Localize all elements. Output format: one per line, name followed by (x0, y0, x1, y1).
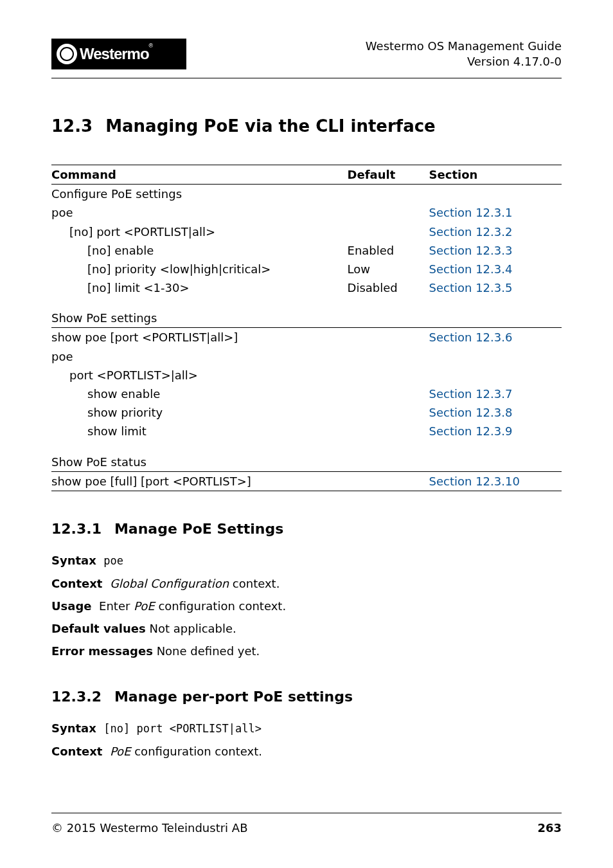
sec-cell (429, 366, 562, 384)
table-spacer (51, 441, 562, 453)
table-row: show poe [port <PORTLIST|all>] Section 1… (51, 328, 562, 347)
subsection-number: 12.3.1 (51, 520, 102, 539)
defn-context: Context Global Configuration context. (51, 575, 562, 592)
defn-rest: configuration context. (131, 745, 262, 758)
footer-copyright: © 2015 Westermo Teleindustri AB (51, 820, 247, 836)
defn-label: Error messages (51, 644, 153, 658)
doc-version: Version 4.17.0-0 (366, 54, 562, 69)
defn-ital: PoE (110, 745, 131, 758)
table-row: [no] enable Enabled Section 12.3.3 (51, 241, 562, 260)
def-cell (348, 422, 429, 440)
cmd-cell: show priority (51, 403, 348, 422)
defn-label: Default values (51, 622, 146, 635)
defn-label: Context (51, 577, 102, 590)
cmd-cell: [no] limit <1-30> (51, 278, 348, 297)
group-title: Show PoE settings (51, 309, 562, 328)
section-heading: 12.3 Managing PoE via the CLI interface (51, 114, 562, 138)
defn-pre: Enter (99, 599, 134, 613)
table-spacer (51, 297, 562, 309)
defn-rest: configuration context. (155, 599, 286, 613)
subsection-number: 12.3.2 (51, 687, 102, 707)
defn-rest: context. (229, 577, 280, 590)
section-link[interactable]: Section 12.3.2 (429, 222, 562, 241)
section-link[interactable]: Section 12.3.7 (429, 384, 562, 403)
table-row: poe (51, 347, 562, 366)
subsection-title: Manage PoE Settings (114, 520, 283, 539)
logo-word: Westermo (80, 45, 149, 62)
section-link[interactable]: Section 12.3.9 (429, 422, 562, 440)
defn-error: Error messages None defined yet. (51, 643, 562, 659)
defn-value: Not applicable. (146, 622, 236, 635)
subsection-heading: 12.3.1 Manage PoE Settings (51, 520, 562, 539)
table-row: show priority Section 12.3.8 (51, 403, 562, 422)
section-link[interactable]: Section 12.3.6 (429, 328, 562, 347)
subsection-12-3-1: 12.3.1 Manage PoE Settings Syntax poe Co… (51, 520, 562, 659)
logo-text: Westermo® (80, 43, 152, 65)
section-link[interactable]: Section 12.3.4 (429, 260, 562, 278)
cmd-cell: show poe [full] [port <PORTLIST>] (51, 471, 348, 491)
subsection-title: Manage per-port PoE settings (114, 687, 353, 707)
defn-value: [no] port <PORTLIST|all> (103, 722, 262, 735)
section-link[interactable]: Section 12.3.5 (429, 278, 562, 297)
table-row: port <PORTLIST>|all> (51, 366, 562, 384)
footer-page-number: 263 (537, 820, 562, 836)
header-title-block: Westermo OS Management Guide Version 4.1… (366, 39, 562, 70)
table-row: [no] port <PORTLIST|all> Section 12.3.2 (51, 222, 562, 241)
def-cell: Enabled (348, 241, 429, 260)
defn-label: Context (51, 745, 102, 758)
table-row: show poe [full] [port <PORTLIST>] Sectio… (51, 471, 562, 491)
table-row: show enable Section 12.3.7 (51, 384, 562, 403)
subsection-12-3-2: 12.3.2 Manage per-port PoE settings Synt… (51, 687, 562, 759)
section-link[interactable]: Section 12.3.3 (429, 241, 562, 260)
group-title: Show PoE status (51, 453, 562, 472)
brand-logo: Westermo® (51, 39, 186, 69)
def-cell (348, 366, 429, 384)
logo-mark-icon (57, 44, 77, 64)
group-title: Configure PoE settings (51, 185, 562, 204)
defn-label: Usage (51, 599, 92, 613)
def-cell (348, 471, 429, 491)
sec-cell (429, 347, 562, 366)
defn-syntax: Syntax [no] port <PORTLIST|all> (51, 720, 562, 737)
section-link[interactable]: Section 12.3.8 (429, 403, 562, 422)
table-group-title: Configure PoE settings (51, 185, 562, 204)
col-header-section: Section (429, 165, 562, 184)
defn-label: Syntax (51, 721, 96, 735)
page-header: Westermo® Westermo OS Management Guide V… (51, 39, 562, 78)
section-title: Managing PoE via the CLI interface (105, 114, 436, 138)
table-row: show limit Section 12.3.9 (51, 422, 562, 440)
table-group-title: Show PoE settings (51, 309, 562, 328)
defn-ital: PoE (134, 599, 155, 613)
table-row: [no] priority <low|high|critical> Low Se… (51, 260, 562, 278)
section-link[interactable]: Section 12.3.1 (429, 203, 562, 222)
cmd-cell: [no] enable (51, 241, 348, 260)
defn-value: poe (103, 554, 123, 567)
subsection-heading: 12.3.2 Manage per-port PoE settings (51, 687, 562, 707)
def-cell (348, 384, 429, 403)
cmd-cell: poe (51, 347, 348, 366)
defn-syntax: Syntax poe (51, 552, 562, 569)
defn-default: Default values Not applicable. (51, 620, 562, 637)
def-cell (348, 203, 429, 222)
def-cell (348, 222, 429, 241)
table-group-title: Show PoE status (51, 453, 562, 472)
cmd-cell: show poe [port <PORTLIST|all>] (51, 328, 348, 347)
cmd-cell: [no] priority <low|high|critical> (51, 260, 348, 278)
defn-context: Context PoE configuration context. (51, 743, 562, 759)
def-cell: Disabled (348, 278, 429, 297)
defn-ital: Global Configuration (110, 577, 229, 590)
def-cell (348, 328, 429, 347)
def-cell: Low (348, 260, 429, 278)
defn-usage: Usage Enter PoE configuration context. (51, 598, 562, 614)
cmd-cell: show limit (51, 422, 348, 440)
table-row: poe Section 12.3.1 (51, 203, 562, 222)
doc-title: Westermo OS Management Guide (366, 39, 562, 54)
col-header-command: Command (51, 165, 348, 184)
def-cell (348, 347, 429, 366)
section-link[interactable]: Section 12.3.10 (429, 471, 562, 491)
table-header-row: Command Default Section (51, 165, 562, 184)
defn-label: Syntax (51, 554, 96, 567)
table-row: [no] limit <1-30> Disabled Section 12.3.… (51, 278, 562, 297)
page-footer: © 2015 Westermo Teleindustri AB 263 (51, 813, 562, 836)
cmd-cell: poe (51, 203, 348, 222)
